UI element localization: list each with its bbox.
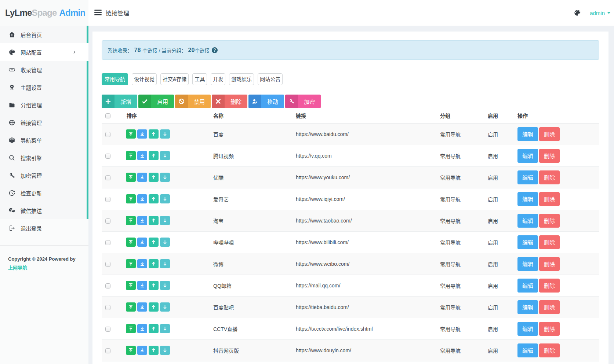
ban-action-button[interactable]: 禁用 <box>175 95 211 108</box>
copyright-link[interactable]: 上网导航 <box>8 264 76 272</box>
delete-button[interactable]: 删除 <box>539 300 560 314</box>
sidebar-item-home[interactable]: 后台首页 <box>0 26 88 43</box>
move-bottom-button[interactable] <box>137 238 147 247</box>
sidebar-item-logout[interactable]: 退出登录 <box>0 219 88 237</box>
move-down-button[interactable] <box>160 129 170 139</box>
move-top-button[interactable] <box>126 173 136 182</box>
sidebar-item-award[interactable]: 主题设置 <box>0 78 88 96</box>
delete-button[interactable]: 删除 <box>539 343 560 357</box>
row-checkbox[interactable] <box>105 197 110 202</box>
row-checkbox[interactable] <box>105 262 110 267</box>
sidebar-item-link[interactable]: 收录管理 <box>0 61 88 78</box>
move-up-button[interactable] <box>149 151 159 160</box>
move-top-button[interactable] <box>126 281 136 290</box>
move-up-button[interactable] <box>149 324 159 333</box>
menu-toggle-icon[interactable] <box>94 10 102 16</box>
move-up-button[interactable] <box>149 281 159 290</box>
move-down-button[interactable] <box>160 151 170 160</box>
sidebar-item-folder[interactable]: 分组管理 <box>0 96 88 114</box>
move-up-button[interactable] <box>149 259 159 268</box>
edit-button[interactable]: 编辑 <box>517 127 538 141</box>
move-up-button[interactable] <box>149 238 159 247</box>
sidebar-item-cube[interactable]: 导航菜单 <box>0 131 88 149</box>
move-top-button[interactable] <box>126 346 136 355</box>
move-bottom-button[interactable] <box>137 194 147 203</box>
edit-button[interactable]: 编辑 <box>517 279 538 293</box>
move-down-button[interactable] <box>160 194 170 203</box>
key-action-button[interactable]: 加密 <box>285 95 321 108</box>
sidebar-item-history[interactable]: 检查更新 <box>0 184 88 202</box>
move-bottom-button[interactable] <box>137 151 147 160</box>
move-up-button[interactable] <box>149 216 159 225</box>
palette-icon[interactable] <box>574 9 581 16</box>
edit-button[interactable]: 编辑 <box>517 257 538 271</box>
edit-button[interactable]: 编辑 <box>517 343 538 357</box>
tab-开发[interactable]: 开发 <box>211 73 225 85</box>
plus-action-button[interactable]: 新增 <box>102 95 137 108</box>
move-top-button[interactable] <box>126 216 136 225</box>
sidebar-item-key[interactable]: 加密管理 <box>0 166 88 184</box>
move-top-button[interactable] <box>126 324 136 333</box>
move-up-button[interactable] <box>149 302 159 312</box>
sidebar-item-globe[interactable]: 链接管理 <box>0 114 88 131</box>
row-checkbox[interactable] <box>105 240 110 245</box>
move-bottom-button[interactable] <box>137 173 147 182</box>
move-up-button[interactable] <box>149 129 159 139</box>
tab-社交&存储[interactable]: 社交&存储 <box>160 73 189 85</box>
delete-button[interactable]: 删除 <box>539 322 560 336</box>
edit-button[interactable]: 编辑 <box>517 192 538 206</box>
move-down-button[interactable] <box>160 346 170 355</box>
move-down-button[interactable] <box>160 281 170 290</box>
delete-button[interactable]: 删除 <box>539 170 560 184</box>
row-checkbox[interactable] <box>105 305 110 310</box>
sidebar-item-wechat[interactable]: 微信推送 <box>0 202 88 219</box>
row-checkbox[interactable] <box>105 132 110 137</box>
edit-button[interactable]: 编辑 <box>517 235 538 249</box>
move-bottom-button[interactable] <box>137 129 147 139</box>
tab-设计视觉[interactable]: 设计视觉 <box>132 73 157 85</box>
sidebar-item-search[interactable]: 搜索引擎 <box>0 149 88 166</box>
edit-button[interactable]: 编辑 <box>517 300 538 314</box>
move-up-button[interactable] <box>149 346 159 355</box>
delete-button[interactable]: 删除 <box>539 235 560 249</box>
question-circle-icon[interactable]: ? <box>212 47 218 53</box>
move-down-button[interactable] <box>160 173 170 182</box>
edit-button[interactable]: 编辑 <box>517 170 538 184</box>
row-checkbox[interactable] <box>105 218 110 224</box>
delete-button[interactable]: 删除 <box>539 214 560 228</box>
move-down-button[interactable] <box>160 259 170 268</box>
move-top-button[interactable] <box>126 259 136 268</box>
xmark-action-button[interactable]: 删除 <box>212 95 247 108</box>
move-up-button[interactable] <box>149 194 159 203</box>
move-top-button[interactable] <box>126 151 136 160</box>
move-bottom-button[interactable] <box>137 324 147 333</box>
tab-常用导航[interactable]: 常用导航 <box>102 73 128 85</box>
user-dropdown[interactable]: admin <box>590 10 611 16</box>
edit-button[interactable]: 编辑 <box>517 322 538 336</box>
move-top-button[interactable] <box>126 129 136 139</box>
delete-button[interactable]: 删除 <box>539 127 560 141</box>
edit-button[interactable]: 编辑 <box>517 149 538 163</box>
tab-工具[interactable]: 工具 <box>192 73 207 85</box>
row-checkbox[interactable] <box>105 283 110 288</box>
move-down-button[interactable] <box>160 302 170 312</box>
move-down-button[interactable] <box>160 238 170 247</box>
move-bottom-button[interactable] <box>137 302 147 312</box>
move-bottom-button[interactable] <box>137 346 147 355</box>
delete-button[interactable]: 删除 <box>539 192 560 206</box>
tab-游戏娱乐[interactable]: 游戏娱乐 <box>229 73 254 85</box>
move-top-button[interactable] <box>126 238 136 247</box>
row-checkbox[interactable] <box>105 327 110 332</box>
move-down-button[interactable] <box>160 216 170 225</box>
check-action-button[interactable]: 启用 <box>138 95 174 108</box>
row-checkbox[interactable] <box>105 348 110 353</box>
delete-button[interactable]: 删除 <box>539 257 560 271</box>
move-bottom-button[interactable] <box>137 281 147 290</box>
move-down-button[interactable] <box>160 324 170 333</box>
tab-网站公告[interactable]: 网站公告 <box>258 73 283 85</box>
delete-button[interactable]: 删除 <box>539 149 560 163</box>
edit-button[interactable]: 编辑 <box>517 214 538 228</box>
sidebar-item-palette[interactable]: 网站配置 <box>0 43 88 61</box>
move-bottom-button[interactable] <box>137 216 147 225</box>
row-checkbox[interactable] <box>105 175 110 180</box>
